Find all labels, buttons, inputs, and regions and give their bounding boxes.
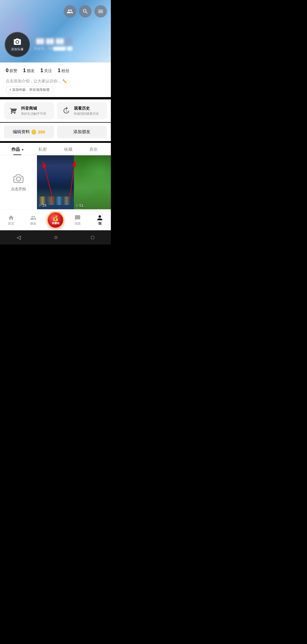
nav-messages[interactable]: 消息 bbox=[67, 215, 89, 226]
android-home-btn[interactable]: ○ bbox=[54, 234, 58, 241]
avatar-label: 添加头像 bbox=[11, 47, 24, 51]
header-banner: 添加头像 ██ ██ ██ 抖音号：713█████8██ bbox=[0, 0, 111, 62]
bottom-nav: 首页 朋友 开宝箱 💰 来赚钱 消息 我 bbox=[0, 209, 111, 230]
friends-label: 朋友 bbox=[27, 68, 35, 74]
tab-private-label: 私密 bbox=[38, 147, 47, 152]
nav-home[interactable]: 首页 bbox=[0, 215, 22, 226]
android-nav-bar: ◁ ○ □ bbox=[0, 230, 111, 244]
history-text: 观看历史 快速找到观看历史 bbox=[74, 106, 99, 116]
profile-section: 添加头像 ██ ██ ██ 抖音号：713█████8██ bbox=[5, 32, 72, 57]
likes-count: 0 bbox=[6, 68, 9, 74]
video-thumb-1[interactable]: ▷ 24 bbox=[37, 155, 74, 209]
add-tag-button[interactable]: + 添加年龄、所在地等标签 bbox=[6, 86, 53, 94]
video-thumb-2[interactable]: ▷ 51 bbox=[74, 155, 111, 209]
fans-label: 粉丝 bbox=[61, 68, 69, 74]
nav-home-label: 首页 bbox=[8, 221, 14, 226]
avatar-add-button[interactable]: 添加头像 bbox=[5, 32, 30, 57]
nav-messages-label: 消息 bbox=[74, 221, 81, 226]
content-area: 点击开拍 ▷ 24 ▷ 51 bbox=[0, 155, 111, 209]
tabs-row: 作品 ▾ 私密 收藏 喜欢 bbox=[0, 143, 111, 155]
nav-me-label: 我 bbox=[98, 221, 101, 226]
add-friend-button[interactable]: 添加朋友 bbox=[57, 126, 107, 138]
history-card[interactable]: 观看历史 快速找到观看历史 bbox=[57, 102, 107, 119]
edit-profile-button[interactable]: 编辑资料 🪙 200 bbox=[4, 126, 54, 138]
nav-friends-label: 朋友 bbox=[30, 221, 36, 226]
camera-icon bbox=[13, 38, 22, 46]
create-post-button[interactable]: 点击开拍 bbox=[0, 155, 37, 209]
tab-private[interactable]: 私密 bbox=[30, 143, 56, 155]
stats-row: 0 获赞 1 朋友 1 关注 1 粉丝 bbox=[0, 62, 111, 77]
tab-works-label: 作品 bbox=[11, 147, 20, 152]
android-recents-btn[interactable]: □ bbox=[91, 235, 94, 241]
friends-icon-btn[interactable] bbox=[64, 5, 76, 18]
tab-works[interactable]: 作品 ▾ bbox=[5, 143, 30, 155]
profile-name: ██ ██ ██ bbox=[34, 38, 72, 45]
coin-value: 200 bbox=[38, 129, 45, 134]
tab-likes-label: 喜欢 bbox=[89, 147, 98, 152]
bio-section: 点击添加介绍，让大家认识你... ✏️ + 添加年龄、所在地等标签 bbox=[0, 77, 111, 97]
shop-icon bbox=[8, 106, 18, 116]
android-back-btn[interactable]: ◁ bbox=[17, 234, 21, 241]
shop-card[interactable]: 抖音商城 美好生活触手可得 bbox=[4, 102, 54, 119]
stat-likes[interactable]: 0 获赞 bbox=[6, 68, 17, 74]
stat-following[interactable]: 1 关注 bbox=[40, 68, 52, 74]
friends-icon bbox=[67, 8, 73, 14]
menu-icon-btn[interactable] bbox=[94, 5, 107, 18]
nav-me-icon bbox=[97, 215, 103, 221]
play-icon-1: ▷ bbox=[39, 204, 42, 207]
stat-friends[interactable]: 1 朋友 bbox=[23, 68, 35, 74]
camera-create-icon bbox=[13, 173, 24, 184]
shop-text: 抖音商城 美好生活触手可得 bbox=[21, 106, 46, 116]
messages-icon bbox=[74, 215, 81, 221]
stat-fans[interactable]: 1 粉丝 bbox=[58, 68, 69, 74]
bio-placeholder: 点击添加介绍，让大家认识你... bbox=[6, 79, 61, 84]
coin-icon: 🪙 bbox=[31, 129, 37, 135]
video-grid: ▷ 24 ▷ 51 bbox=[37, 155, 111, 209]
profile-info: ██ ██ ██ 抖音号：713█████8██ bbox=[34, 38, 72, 51]
search-icon-btn[interactable] bbox=[79, 5, 92, 18]
play-count-2: ▷ 51 bbox=[76, 203, 83, 208]
nav-friends[interactable]: 朋友 bbox=[22, 215, 44, 226]
video-row-1: ▷ 24 ▷ 51 bbox=[37, 155, 111, 209]
following-count: 1 bbox=[40, 68, 43, 74]
tab-works-arrow: ▾ bbox=[22, 148, 23, 151]
play-count-1: ▷ 24 bbox=[39, 203, 46, 208]
fans-count: 1 bbox=[58, 68, 61, 74]
nav-me[interactable]: 我 bbox=[89, 215, 111, 226]
following-label: 关注 bbox=[44, 68, 52, 74]
nav-earn-center[interactable]: 开宝箱 💰 来赚钱 bbox=[44, 212, 67, 229]
friends-count: 1 bbox=[23, 68, 26, 74]
profile-id: 抖音号：713█████8██ bbox=[34, 46, 72, 51]
home-icon bbox=[8, 215, 14, 221]
tab-likes[interactable]: 喜欢 bbox=[81, 143, 107, 155]
menu-icon bbox=[98, 8, 104, 14]
feature-row: 抖音商城 美好生活触手可得 观看历史 快速找到观看历史 bbox=[0, 99, 111, 122]
earn-label: 来赚钱 bbox=[52, 221, 59, 225]
earn-button[interactable]: 💰 来赚钱 bbox=[47, 212, 64, 229]
search-icon bbox=[82, 8, 88, 14]
header-top-icons bbox=[64, 5, 107, 18]
history-icon bbox=[61, 106, 71, 116]
play-icon-2: ▷ bbox=[76, 204, 78, 207]
bio-text[interactable]: 点击添加介绍，让大家认识你... ✏️ bbox=[6, 79, 105, 84]
content-wrapper: 点击开拍 ▷ 24 ▷ 51 bbox=[0, 155, 111, 209]
earn-icon: 💰 bbox=[52, 215, 59, 221]
earn-badge-container: 开宝箱 💰 来赚钱 bbox=[47, 212, 64, 229]
nav-friends-icon bbox=[30, 215, 36, 221]
create-label: 点击开拍 bbox=[11, 187, 26, 192]
action-row: 编辑资料 🪙 200 添加朋友 bbox=[0, 123, 111, 141]
edit-icon: ✏️ bbox=[63, 79, 67, 83]
tab-favorites[interactable]: 收藏 bbox=[55, 143, 81, 155]
tab-favorites-label: 收藏 bbox=[64, 147, 72, 152]
likes-label: 获赞 bbox=[9, 68, 17, 74]
